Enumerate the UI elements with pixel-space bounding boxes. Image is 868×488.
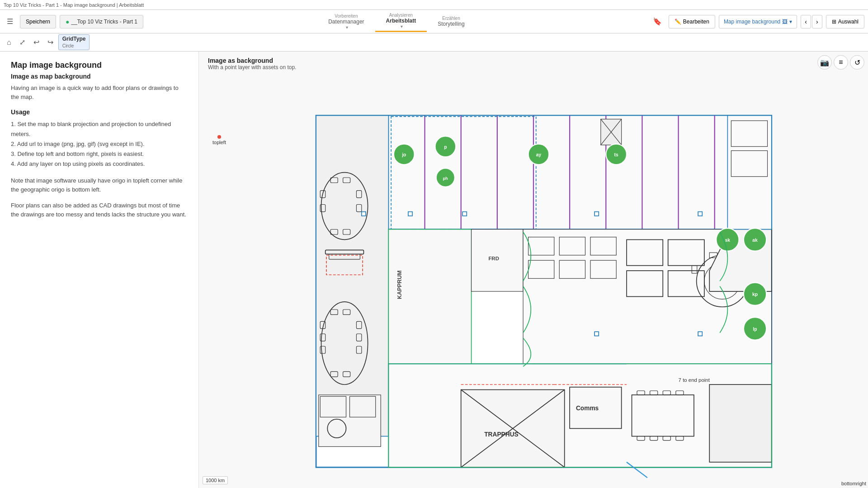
tab-erzahlen-sub: Erzählen [442,16,460,21]
usage-item-1: 1. Set the map to blank projection and p… [11,119,188,139]
map-bg-button[interactable]: Map image background 🖼 ▾ [719,15,797,28]
camera-button[interactable]: 📷 [817,55,832,70]
topleft-text: topleft [212,140,226,145]
svg-rect-14 [316,116,388,436]
prev-button[interactable]: ‹ [801,15,811,28]
back-button[interactable]: ↩ [30,36,42,49]
reset-button[interactable]: ↺ [850,55,864,70]
topleft-label: topleft [212,135,226,145]
home-button[interactable]: ⌂ [4,36,14,49]
usage-item-3: 3. Define top left and bottom right, pix… [11,149,188,159]
chevron-down-icon-2: ▾ [401,24,403,29]
note-text: Note that image software usually have or… [11,176,188,194]
tab-group: Vorbereiten Datenmanager ▾ Analysieren A… [147,11,646,32]
toolbar-right: 🔖 ✏️ Bearbeiten Map image background 🖼 ▾… [650,15,864,28]
gridtype-box: GridType Circle [58,34,90,50]
svg-text:sk: sk [725,238,731,243]
topleft-dot [217,135,221,139]
svg-text:ak: ak [752,238,758,243]
auswahl-label: Auswahl [838,19,859,25]
usage-list: 1. Set the map to blank projection and p… [11,119,188,169]
svg-text:ts: ts [614,152,618,157]
svg-rect-109 [698,212,702,216]
svg-rect-106 [408,212,412,216]
main-content: Map image background Image as map backgr… [0,52,868,488]
svg-text:ay: ay [536,152,542,157]
svg-text:ph: ph [443,176,448,181]
chevron-down-icon-3: ▾ [789,19,792,25]
svg-rect-108 [594,212,599,216]
expand-button[interactable]: ⤢ [16,36,28,49]
section1-title: Image as map background [11,73,188,80]
trapphus-label: TRAPPHUS [484,431,519,438]
save-label: Speichern [26,19,50,25]
kapprum-label: KAPPRUM [396,270,403,299]
auswahl-button[interactable]: ⊞ Auswahl [826,15,864,28]
grid-icon: ⊞ [832,19,836,25]
endpoint-text: 7 to end point [679,377,710,383]
tab-erzahlen-main: Storytelling [438,21,464,27]
svg-text:kp: kp [752,292,758,297]
svg-rect-111 [698,332,702,336]
title-bar-text: Top 10 Viz Tricks - Part 1 - Map image b… [4,2,144,8]
svg-text:jo: jo [401,152,406,157]
bottomright-text: bottomright [841,481,866,486]
project-name[interactable]: ● __Top 10 Viz Tricks - Part 1 [60,15,143,28]
svg-rect-81 [727,116,771,230]
layers-button[interactable]: ≡ [834,55,848,70]
next-button[interactable]: › [812,15,822,28]
scale-text: 1000 km [206,478,225,483]
tab-vorbereiten-main: Datenmanager [328,19,364,25]
forward-button[interactable]: ↪ [44,36,57,49]
map-header-subtitle: With a point layer with assets on top. [208,64,296,70]
map-header: Image as background With a point layer w… [208,57,296,70]
project-icon: ● [66,18,69,25]
svg-rect-107 [462,212,467,216]
project-name-label: __Top 10 Viz Tricks - Part 1 [71,19,138,25]
nav-arrows: ‹ › [801,15,822,28]
bookmark-button[interactable]: 🔖 [650,15,665,28]
edit-label: Bearbeiten [683,19,709,25]
usage-item-4: 4. Add any layer on top using pixels as … [11,159,188,169]
save-button[interactable]: Speichern [20,15,56,28]
svg-text:p: p [444,145,447,150]
menu-button[interactable]: ☰ [4,15,16,28]
svg-rect-110 [594,332,599,336]
floor-plan-note: Floor plans can also be added as CAD dra… [11,201,188,219]
map-header-title: Image as background [208,57,296,64]
tab-vorbereiten-sub: Vorbereiten [335,14,358,19]
page-title: Map image background [11,61,102,70]
svg-rect-80 [709,385,771,462]
tab-analysieren-main: Arbeitsblatt [386,18,416,24]
map-bg-label: Map image background [724,19,780,25]
edit-button[interactable]: ✏️ Bearbeiten [669,15,715,28]
comms-label: Comms [576,405,599,412]
map-controls: 📷 ≡ ↺ [817,55,864,70]
usage-title: Usage [11,108,188,116]
tab-analysieren-sub: Analysieren [389,13,413,18]
gridtype-sub: Circle [62,43,86,49]
second-toolbar: ⌂ ⤢ ↩ ↪ GridType Circle [0,33,868,52]
tab-vorbereiten[interactable]: Vorbereiten Datenmanager ▾ [317,12,375,32]
usage-item-2: 2. Add url to image (png, jpg, gif) (svg… [11,139,188,149]
map-area[interactable]: Image as background With a point layer w… [199,52,868,488]
pencil-icon: ✏️ [675,19,681,25]
floor-plan-svg: KAPPRUM FRD [199,74,868,488]
left-panel: Map image background Image as map backgr… [0,52,199,488]
section1-text: Having an image is a quick way to add fl… [11,84,188,101]
tab-analysieren[interactable]: Analysieren Arbeitsblatt ▾ [375,11,427,32]
bottomright-label: bottomright [841,481,866,486]
tab-erzahlen[interactable]: Erzählen Storytelling [427,14,475,29]
chevron-down-icon: ▾ [346,25,348,30]
top-toolbar: ☰ Speichern ● __Top 10 Viz Tricks - Part… [0,10,868,33]
svg-rect-105 [362,212,366,216]
scale-indicator: 1000 km [203,476,228,484]
title-bar: Top 10 Viz Tricks - Part 1 - Map image b… [0,0,868,10]
image-icon: 🖼 [782,19,788,25]
gridtype-name: GridType [62,36,86,43]
svg-text:lp: lp [753,327,757,332]
frd-label: FRD [488,256,499,261]
